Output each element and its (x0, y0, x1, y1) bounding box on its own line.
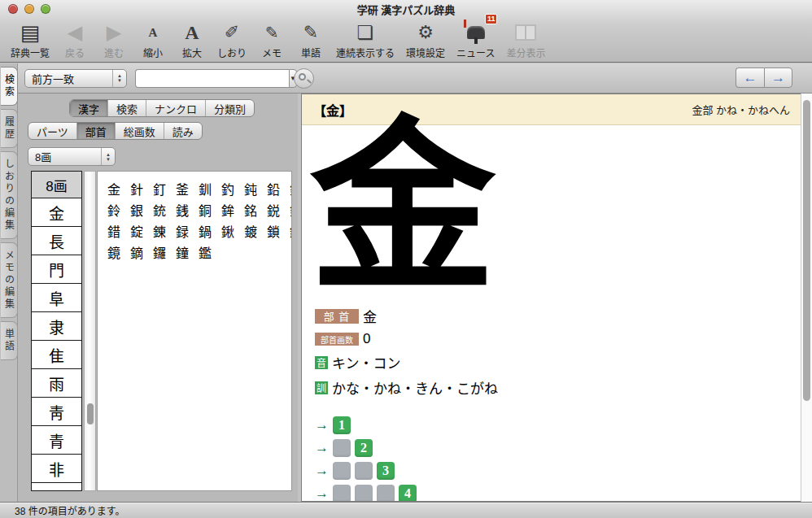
tab-検索[interactable]: 検索 (108, 100, 146, 116)
puzzle-cell-numbered[interactable]: 3 (377, 462, 395, 480)
radical-item[interactable]: 隶 (32, 312, 81, 341)
arrow-right-icon: → (315, 417, 333, 433)
back-arrow-icon: ◀ (68, 20, 82, 45)
arrow-right-icon: → (315, 485, 333, 502)
tab-分類別[interactable]: 分類別 (206, 100, 254, 116)
forward-arrow-icon: ▶ (107, 20, 121, 45)
minimize-button[interactable] (24, 4, 34, 14)
puzzle-cell-numbered[interactable]: 4 (399, 485, 417, 503)
toolbar-item-word-pen[interactable]: ✎単語 (293, 19, 329, 59)
puzzle-cell-empty[interactable] (377, 485, 395, 503)
toolbar-item-label: 拡大 (182, 46, 202, 59)
detail-badge: 部 首 (315, 309, 359, 324)
radical-item[interactable]: 隹 (32, 341, 81, 369)
search-input[interactable] (135, 69, 289, 88)
radical-item[interactable]: 斉 (32, 483, 81, 491)
stroke-count-popup[interactable]: 8画 ▲▼ (28, 147, 116, 166)
toolbar-item-label: 戻る (65, 46, 85, 59)
page-back-button[interactable]: ← (736, 67, 764, 88)
subtab-総画数[interactable]: 総画数 (116, 123, 164, 139)
toolbar-item-label: 進む (104, 46, 124, 59)
split-left-pane (515, 24, 526, 41)
detail-badge: 部首画数 (315, 333, 359, 346)
left-panel: 漢字検索ナンクロ分類別 パーツ部首総画数読み 8画 ▲▼ 8画金長門阜隶隹雨靑青… (18, 94, 298, 502)
arrow-right-icon: → (315, 440, 333, 456)
tab-漢字[interactable]: 漢字 (70, 100, 108, 116)
sidebar-tab-単語[interactable]: 単語 (1, 321, 18, 360)
puzzle-cell-numbered[interactable]: 1 (333, 416, 351, 434)
entry-pane: 【金】 金部 かね・かねへん 金 部 首金部首画数0音キン・コン訓かな・かね・き… (301, 94, 812, 502)
toolbar-item-books[interactable]: ▤辞典一覧 (7, 19, 54, 59)
entry-scrollbar[interactable] (801, 94, 812, 502)
radical-item[interactable]: 阜 (32, 284, 81, 312)
page-nav-group: ← → (736, 67, 792, 88)
toolbar-item-label: ニュース (456, 46, 495, 59)
toolbar-item-label: 環境設定 (406, 46, 445, 59)
search-button[interactable] (294, 68, 314, 89)
toolbar-item-label: 辞典一覧 (11, 46, 50, 59)
toolbar-item-memo[interactable]: ✎メモ (254, 19, 290, 59)
toolbar-item-small-a[interactable]: A縮小 (135, 19, 171, 59)
subtab-読み[interactable]: 読み (164, 123, 202, 139)
sidebar-tab-しおりの編集[interactable]: しおりの編集 (1, 151, 18, 239)
toolbar-item-bookmark-pen[interactable]: ✐しおり (213, 19, 251, 59)
toolbar-item-label: 差分表示 (506, 46, 545, 59)
subtab-パーツ[interactable]: パーツ (28, 123, 77, 139)
tab-ナンクロ[interactable]: ナンクロ (146, 100, 206, 116)
detail-row: 訓かな・かね・きん・こがね (315, 377, 811, 398)
close-button[interactable] (8, 4, 18, 14)
zoom-button[interactable] (41, 4, 50, 14)
kanji-row[interactable]: 鈴 銀 銃 銭 銅 鉾 銘 鋭 鋒 錦 鋼 (107, 201, 291, 222)
arrow-right-icon: → (315, 463, 333, 479)
toolbar-item-label: 縮小 (143, 46, 163, 59)
puzzle-cell-empty[interactable] (333, 485, 351, 503)
radical-item[interactable]: 長 (32, 227, 81, 255)
radical-scrollbar[interactable] (84, 171, 96, 491)
toolbar-item-large-a[interactable]: A拡大 (174, 19, 210, 59)
radical-item[interactable]: 雨 (32, 369, 81, 398)
sidebar-tab-メモの編集[interactable]: メモの編集 (1, 242, 18, 318)
toolbar-item-stack-cards[interactable]: ❏連続表示する (332, 19, 399, 59)
match-mode-popup[interactable]: 前方一致 ▲▼ (24, 69, 127, 88)
kanji-row[interactable]: 錯 錠 錬 録 鍋 鍬 鍍 鎖 鎮 鎚 鎌 (107, 222, 291, 243)
detail-badge: 音 (315, 356, 328, 369)
subtab-部首[interactable]: 部首 (77, 123, 116, 139)
page-forward-button[interactable]: → (764, 67, 792, 88)
kanji-result-panel: 金 針 釘 釜 釧 釣 鈍 鉛 鉱 鉄 鉢鈴 銀 銃 銭 銅 鉾 銘 鋭 鋒 錦… (97, 171, 292, 491)
entry-glyph: 金 (310, 115, 811, 301)
popup-stepper-icon: ▲▼ (101, 148, 115, 165)
stroke-count-label: 8画 (28, 149, 101, 164)
radical-item[interactable]: 青 (32, 426, 81, 455)
magnifier-icon (299, 73, 306, 81)
title-bar[interactable]: 学研 漢字パズル辞典 (0, 0, 812, 18)
window-title: 学研 漢字パズル辞典 (357, 2, 456, 17)
split-right-pane (526, 24, 536, 41)
radical-item[interactable]: 門 (32, 255, 81, 284)
puzzle-cell-empty[interactable] (333, 439, 351, 457)
sidebar-tab-履歴[interactable]: 履歴 (1, 109, 18, 148)
kanji-row[interactable]: 鏡 鏑 鑼 鐘 鑑 (107, 243, 291, 264)
kanji-row[interactable]: 金 針 釘 釜 釧 釣 鈍 鉛 鉱 鉄 鉢 (107, 180, 291, 201)
window-chrome: 学研 漢字パズル辞典 ▤辞典一覧◀戻る▶進むA縮小A拡大✐しおり✎メモ✎単語❏連… (0, 0, 812, 63)
puzzle-cell-empty[interactable] (355, 462, 373, 480)
word-pen-icon: ✎ (303, 20, 318, 45)
radical-item[interactable]: 靑 (32, 398, 81, 426)
toolbar-item-preferences[interactable]: ⚙環境設定 (402, 19, 449, 59)
radical-scrollbar-thumb[interactable] (87, 403, 94, 424)
toolbar-item-label: 単語 (301, 46, 321, 59)
primary-tab-group: 漢字検索ナンクロ分類別 (69, 99, 255, 117)
toolbar-item-mailbox[interactable]: 11ニュース (452, 19, 499, 59)
toolbar: ▤辞典一覧◀戻る▶進むA縮小A拡大✐しおり✎メモ✎単語❏連続表示する⚙環境設定1… (0, 18, 812, 62)
puzzle-cell-empty[interactable] (333, 462, 351, 480)
detail-badge: 訓 (315, 381, 328, 394)
toolbar-item-back-arrow: ◀戻る (57, 19, 93, 59)
toolbar-item-forward-arrow: ▶進む (96, 19, 132, 59)
radical-item[interactable]: 非 (32, 455, 81, 483)
memo-icon: ✎ (265, 20, 279, 45)
entry-scrollbar-thumb[interactable] (803, 100, 810, 401)
puzzle-cell-numbered[interactable]: 2 (355, 439, 373, 457)
sidebar-tab-検索[interactable]: 検索 (1, 67, 18, 106)
puzzle-cell-empty[interactable] (355, 485, 373, 503)
detail-value: 0 (363, 331, 370, 347)
radical-item[interactable]: 金 (32, 198, 81, 227)
